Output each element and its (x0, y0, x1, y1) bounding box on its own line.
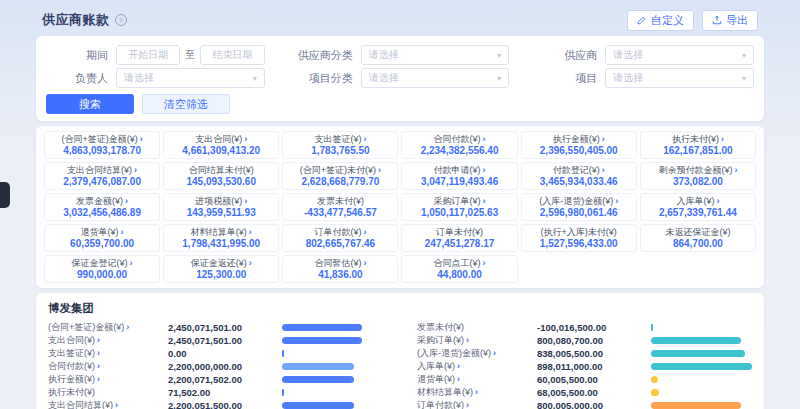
drill-arrow-icon[interactable]: › (483, 165, 486, 175)
chart-row-label[interactable]: 退货单(¥)› (417, 373, 533, 386)
stat-cell-6[interactable]: 支出合同结算(¥)›2,379,476,087.00 (44, 162, 160, 190)
customize-button[interactable]: 自定义 (627, 10, 694, 31)
chart-row-label[interactable]: 支出合同(¥)› (48, 334, 164, 347)
drill-arrow-icon[interactable]: › (483, 196, 486, 206)
search-button[interactable]: 搜索 (46, 94, 134, 114)
stat-label: 材料结算单(¥)› (166, 227, 276, 238)
stat-cell-26[interactable]: 合同暂估(¥)›41,836.00 (282, 255, 398, 283)
drill-arrow-icon[interactable]: › (378, 165, 381, 175)
chart-bar (282, 376, 383, 383)
drill-arrow-icon[interactable]: › (97, 361, 100, 371)
stat-cell-25[interactable]: 保证金返还(¥)›125,300.00 (163, 255, 279, 283)
drill-arrow-icon[interactable]: › (249, 227, 252, 237)
stat-label: 执行未付(¥)› (643, 134, 753, 145)
drill-arrow-icon[interactable]: › (121, 227, 124, 237)
drill-arrow-icon[interactable]: › (602, 165, 605, 175)
chart-row-label[interactable]: (入库-退货)金额(¥)› (417, 347, 533, 360)
drill-arrow-icon[interactable]: › (125, 196, 128, 206)
chart-row-label[interactable]: 合同付款(¥)› (48, 360, 164, 373)
chart-row-value: 898,011,000.00 (537, 361, 647, 372)
drill-arrow-icon[interactable]: › (140, 134, 143, 144)
stat-cell-0[interactable]: (合同+签证)金额(¥)›4,863,093,178.70 (44, 131, 160, 159)
stat-cell-15[interactable]: 采购订单(¥)›1,050,117,025.63 (401, 193, 517, 221)
drill-arrow-icon[interactable]: › (493, 348, 496, 358)
period-label: 期间 (46, 48, 108, 63)
drill-arrow-icon[interactable]: › (134, 165, 137, 175)
stat-cell-12[interactable]: 发票金额(¥)›3,032,456,486.89 (44, 193, 160, 221)
drill-arrow-icon[interactable]: › (466, 400, 469, 409)
drill-arrow-icon[interactable]: › (97, 335, 100, 345)
stat-cell-17[interactable]: 入库单(¥)›2,657,339,761.44 (640, 193, 756, 221)
chart-row-label[interactable]: 材料结算单(¥)› (417, 386, 533, 399)
stat-value: 44,800.00 (404, 269, 514, 281)
drill-arrow-icon[interactable]: › (363, 134, 366, 144)
stat-cell-9[interactable]: 付款申请(¥)›3,047,119,493.46 (401, 162, 517, 190)
stat-cell-16[interactable]: (入库-退货)金额(¥)›2,596,980,061.46 (521, 193, 637, 221)
chart-bar (282, 337, 383, 344)
drill-arrow-icon[interactable]: › (721, 134, 724, 144)
stat-cell-19[interactable]: 材料结算单(¥)›1,798,431,995.00 (163, 224, 279, 252)
stat-value: 145,093,530.60 (166, 176, 276, 188)
chart-row-label[interactable]: 支出签证(¥)› (48, 347, 164, 360)
drill-arrow-icon[interactable]: › (115, 400, 118, 409)
chart-row-label[interactable]: 订单付款(¥)› (417, 399, 533, 409)
stat-cell-2[interactable]: 支出签证(¥)›1,783,765.50 (282, 131, 398, 159)
supplier-label: 供应商 (535, 48, 597, 63)
chart-row-value: -100,016,500.00 (537, 322, 647, 333)
stat-cell-5[interactable]: 执行未付(¥)›162,167,851.00 (640, 131, 756, 159)
supplier-payments-page: 供应商账款 ? 自定义 导出 期间 开始日期 至 结束日期 (0, 8, 800, 409)
drill-arrow-icon[interactable]: › (716, 196, 719, 206)
chart-bar (651, 376, 752, 383)
sidebar-collapse-handle[interactable] (0, 182, 10, 208)
help-icon[interactable]: ? (115, 14, 127, 26)
drill-arrow-icon[interactable]: › (130, 258, 133, 268)
chart-row-label[interactable]: 采购订单(¥)› (417, 334, 533, 347)
drill-arrow-icon[interactable]: › (734, 165, 737, 175)
drill-arrow-icon[interactable]: › (249, 258, 252, 268)
stat-cell-18[interactable]: 退货单(¥)›60,359,700.00 (44, 224, 160, 252)
stat-cell-3[interactable]: 合同付款(¥)›2,234,382,556.40 (401, 131, 517, 159)
manager-select[interactable]: 请选择▾ (116, 68, 265, 88)
stat-cell-20[interactable]: 订单付款(¥)›802,665,767.46 (282, 224, 398, 252)
drill-arrow-icon[interactable]: › (457, 374, 460, 384)
start-date-input[interactable]: 开始日期 (116, 45, 180, 65)
drill-arrow-icon[interactable]: › (126, 322, 129, 332)
drill-arrow-icon[interactable]: › (363, 227, 366, 237)
stat-value: 4,661,309,413.20 (166, 145, 276, 157)
drill-arrow-icon[interactable]: › (244, 196, 247, 206)
chart-row-1-2: (入库-退货)金额(¥)›838,005,500.00 (417, 347, 752, 360)
chart-row-label[interactable]: (合同+签证)金额(¥)› (48, 321, 164, 334)
drill-arrow-icon[interactable]: › (97, 374, 100, 384)
stat-cell-27[interactable]: 合同点工(¥)›44,800.00 (401, 255, 517, 283)
stat-cell-11[interactable]: 剩余预付款金额(¥)›373,082.00 (640, 162, 756, 190)
stat-cell-24[interactable]: 保证金登记(¥)›990,000.00 (44, 255, 160, 283)
drill-arrow-icon[interactable]: › (615, 196, 618, 206)
drill-arrow-icon[interactable]: › (483, 134, 486, 144)
clear-filters-button[interactable]: 清空筛选 (142, 94, 230, 114)
drill-arrow-icon[interactable]: › (466, 335, 469, 345)
stat-cell-10[interactable]: 付款登记(¥)›3,465,934,033.46 (521, 162, 637, 190)
drill-arrow-icon[interactable]: › (475, 387, 478, 397)
supplier-category-select[interactable]: 请选择▾ (361, 45, 510, 65)
supplier-select[interactable]: 请选择▾ (605, 45, 754, 65)
chart-row-label[interactable]: 执行金额(¥)› (48, 373, 164, 386)
chart-row-label[interactable]: 入库单(¥)› (417, 360, 533, 373)
chart-row-0-3: 合同付款(¥)›2,200,000,000.00 (48, 360, 383, 373)
drill-arrow-icon[interactable]: › (363, 258, 366, 268)
drill-arrow-icon[interactable]: › (483, 258, 486, 268)
end-date-input[interactable]: 结束日期 (200, 45, 264, 65)
drill-arrow-icon[interactable]: › (457, 361, 460, 371)
drill-arrow-icon[interactable]: › (244, 134, 247, 144)
export-button[interactable]: 导出 (702, 10, 758, 31)
drill-arrow-icon[interactable]: › (97, 348, 100, 358)
stat-cell-1[interactable]: 支出合同(¥)›4,661,309,413.20 (163, 131, 279, 159)
chart-row-label[interactable]: 支出合同结算(¥)› (48, 399, 164, 409)
drill-arrow-icon[interactable]: › (602, 134, 605, 144)
stat-cell-4[interactable]: 执行金额(¥)›2,396,550,405.00 (521, 131, 637, 159)
stat-label: 付款申请(¥)› (404, 165, 514, 176)
stat-cell-8[interactable]: (合同+签证)未付(¥)›2,628,668,779.70 (282, 162, 398, 190)
chart-bar (282, 402, 383, 409)
stat-cell-13[interactable]: 进项税额(¥)›143,959,511.93 (163, 193, 279, 221)
project-select[interactable]: 请选择▾ (605, 68, 754, 88)
project-category-select[interactable]: 请选择▾ (361, 68, 510, 88)
